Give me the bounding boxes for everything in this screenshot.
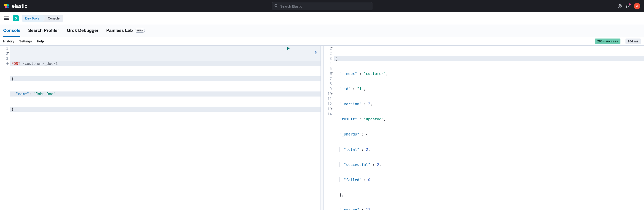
svg-point-4 [275, 4, 277, 7]
history-link[interactable]: History [3, 39, 14, 43]
tab-painless-label: Painless Lab [106, 28, 133, 33]
request-options-button[interactable] [292, 46, 318, 62]
response-viewer[interactable]: { "_index" : "customer", "_id" : "1", "_… [334, 46, 644, 210]
response-pane[interactable]: 1 2 3 4 5 6 7 8 9 10 11 12 13 14 { "_ind… [324, 46, 644, 210]
svg-line-11 [620, 5, 621, 6]
pane-resizer[interactable] [320, 46, 324, 210]
devtools-tabs: Console Search Profiler Grok Debugger Pa… [0, 24, 644, 37]
timing-badge: 104 ms [626, 39, 641, 44]
elastic-logo[interactable]: elastic [4, 3, 27, 9]
svg-line-5 [277, 7, 278, 7]
request-editor[interactable]: POST /customer/_doc/1 { "name": "John Do… [10, 46, 320, 210]
svg-point-0 [4, 4, 7, 6]
beta-badge: BETA [135, 29, 145, 33]
help-link[interactable]: Help [37, 39, 44, 43]
status-badge: 200 - success [595, 39, 620, 44]
tab-search-profiler[interactable]: Search Profiler [28, 24, 59, 37]
run-request-button[interactable] [287, 47, 290, 50]
help-icon[interactable] [618, 4, 622, 9]
top-nav: elastic [0, 0, 644, 12]
svg-point-3 [7, 7, 9, 8]
space-avatar[interactable]: D [13, 15, 19, 21]
brand-text: elastic [12, 3, 27, 9]
notification-dot-icon [629, 4, 631, 5]
request-pane[interactable]: 1 2 3 4 POST /customer/_doc/1 { "name": … [0, 46, 320, 210]
breadcrumb-page: Console [43, 15, 63, 22]
breadcrumb: Dev Tools Console [22, 15, 63, 22]
global-search[interactable] [272, 2, 372, 10]
response-gutter: 1 2 3 4 5 6 7 8 9 10 11 12 13 14 [324, 46, 334, 210]
settings-link[interactable]: Settings [19, 39, 32, 43]
nav-toggle-button[interactable] [3, 15, 10, 22]
request-actions [287, 46, 318, 62]
search-icon [274, 4, 278, 9]
console-toolbar: History Settings Help 200 - success 104 … [0, 37, 644, 46]
user-avatar[interactable]: d [634, 3, 640, 10]
search-input[interactable] [280, 4, 370, 9]
svg-point-1 [7, 4, 9, 7]
text-cursor-icon [14, 107, 14, 111]
tab-console[interactable]: Console [3, 24, 20, 37]
request-gutter: 1 2 3 4 [0, 46, 10, 210]
editor-split: 1 2 3 4 POST /customer/_doc/1 { "name": … [0, 46, 644, 210]
breadcrumb-app[interactable]: Dev Tools [22, 15, 43, 22]
newsfeed-icon[interactable] [626, 4, 630, 9]
tab-grok-debugger[interactable]: Grok Debugger [67, 24, 98, 37]
breadcrumb-bar: D Dev Tools Console [0, 12, 644, 24]
tab-painless-lab[interactable]: Painless Lab BETA [106, 24, 145, 37]
svg-line-10 [618, 7, 620, 8]
top-right-actions: d [618, 3, 640, 10]
svg-line-8 [618, 5, 620, 6]
svg-point-2 [5, 6, 7, 9]
elastic-logo-icon [4, 3, 10, 9]
svg-line-9 [620, 7, 621, 8]
